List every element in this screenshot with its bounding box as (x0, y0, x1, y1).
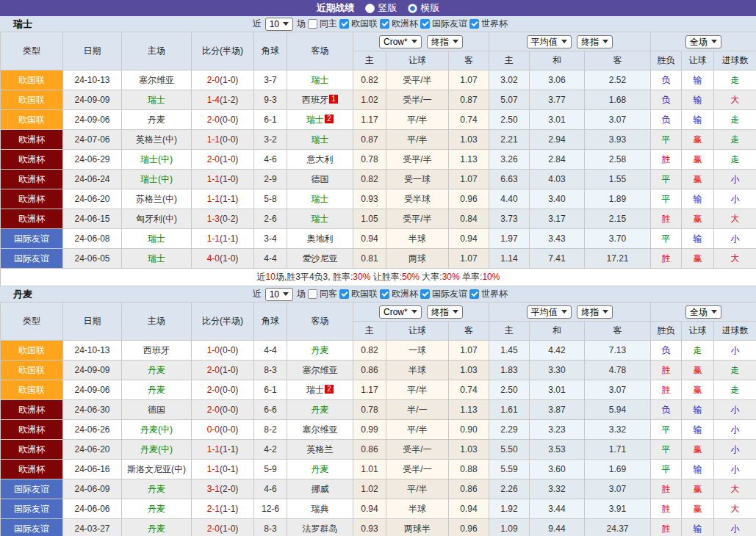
col-header-corner: 角球 (254, 303, 287, 341)
away-team-cell: 瑞士 (287, 209, 353, 229)
bookmaker-select[interactable]: Crow* (379, 35, 422, 48)
result-win-draw-loss: 胜 (651, 479, 682, 499)
same-venue-checkbox[interactable] (308, 289, 317, 299)
avg-away-odds: 2.52 (585, 70, 651, 90)
avg-away-odds: 1.69 (585, 460, 651, 479)
near-label: 近 (253, 288, 262, 300)
same-venue-label[interactable]: 同客 (320, 288, 337, 300)
away-team-cell: 爱沙尼亚 (287, 249, 353, 269)
away-team-cell: 丹麦 (287, 400, 353, 420)
avg-draw-odds: 3.32 (530, 479, 585, 499)
avg-away-odds: 3.07 (585, 479, 651, 499)
result-handicap: 输 (682, 189, 714, 209)
odds-time-select[interactable]: 终指 (577, 35, 613, 48)
bookmaker-select[interactable]: Crow* (379, 305, 422, 319)
summary-stat-value: 10 (266, 272, 276, 282)
league-checkbox[interactable] (380, 19, 389, 29)
same-venue-checkbox[interactable] (308, 19, 317, 29)
avg-away-odds: 2.58 (585, 150, 651, 170)
away-team-cell: 瑞士2 (287, 380, 353, 400)
home-team-cell: 德国 (122, 400, 192, 420)
half-time-score: (1-0) (220, 524, 238, 534)
caret-down-icon (453, 40, 458, 43)
odds-time-select[interactable]: 终指 (427, 305, 463, 319)
sub-header-handicap-result: 让球 (682, 322, 714, 341)
result-win-draw-loss: 平 (651, 440, 682, 460)
result-win-draw-loss: 平 (651, 130, 682, 150)
away-odds: 1.07 (449, 70, 489, 90)
sub-header-avg-draw: 和 (530, 322, 585, 341)
home-team-cell: 西班牙 (122, 341, 192, 361)
match-date: 24-06-20 (63, 440, 122, 460)
scope-select[interactable]: 全场 (685, 305, 721, 319)
result-group-header: 全场 (651, 303, 756, 322)
league-checkbox-label[interactable]: 欧国联 (351, 18, 378, 30)
handicap-line: 平/半 (386, 130, 449, 150)
league-type-badge: 国际友谊 (1, 229, 63, 249)
match-date: 24-10-13 (63, 70, 122, 90)
match-count-select[interactable]: 10 (265, 288, 293, 301)
result-handicap: 输 (682, 400, 714, 420)
avg-draw-odds: 3.17 (530, 209, 585, 229)
league-checkbox-label[interactable]: 欧国联 (351, 288, 378, 300)
away-odds: 0.90 (449, 420, 489, 440)
home-odds: 0.82 (353, 170, 386, 189)
team-name: 丹麦 (148, 504, 165, 514)
league-checkbox-label[interactable]: 国际友谊 (432, 18, 467, 30)
avg-away-odds: 1.68 (585, 90, 651, 110)
full-time-score: 1-1 (207, 464, 220, 474)
result-win-draw-loss: 负 (651, 400, 682, 420)
team-filter-bar: 瑞士 近 10 场 同主 欧国联 欧洲杯 国际友谊 世界杯 (0, 16, 756, 32)
match-row: 欧洲杯24-06-26丹麦(中)0-0(0-0)8-2塞尔维亚0.99平/半0.… (1, 420, 756, 440)
avg-select[interactable]: 平均值 (527, 35, 572, 48)
league-checkbox[interactable] (469, 19, 479, 29)
same-venue-label[interactable]: 同主 (320, 18, 337, 30)
half-time-score: (0-0) (220, 134, 238, 145)
caret-down-icon (711, 310, 717, 314)
col-header-home: 主场 (122, 303, 192, 341)
avg-select[interactable]: 平均值 (527, 305, 572, 319)
match-row: 国际友谊24-06-09丹麦3-1(2-0)4-6挪威1.02平/半0.862.… (1, 479, 756, 499)
league-checkbox[interactable] (469, 289, 479, 299)
radio-label[interactable]: 竖版 (378, 1, 397, 15)
radio-label[interactable]: 横版 (421, 1, 440, 15)
away-team-cell: 奥地利 (287, 229, 353, 249)
league-type-badge: 欧洲杯 (1, 189, 63, 209)
result-handicap: 输 (682, 420, 714, 440)
league-checkbox-label[interactable]: 国际友谊 (432, 288, 467, 300)
home-odds: 1.02 (353, 479, 386, 499)
scope-select[interactable]: 全场 (685, 35, 721, 48)
avg-draw-odds: 3.60 (530, 460, 585, 479)
avg-draw-odds: 3.40 (530, 189, 585, 209)
games-label: 场 (297, 18, 306, 30)
league-checkbox[interactable] (339, 289, 349, 299)
league-checkbox[interactable] (339, 19, 349, 29)
result-win-draw-loss: 胜 (651, 499, 682, 519)
league-checkbox[interactable] (420, 289, 430, 299)
matches-body: 欧国联24-10-13西班牙1-0(0-0)4-4丹麦0.82一球1.071.4… (1, 341, 756, 536)
radio-icon[interactable] (365, 4, 375, 13)
half-time-score: (0-1) (220, 464, 238, 474)
league-checkbox[interactable] (420, 19, 430, 29)
layout-radio-horizontal[interactable]: 横版 (408, 1, 440, 15)
odds-time-select[interactable]: 终指 (427, 35, 463, 48)
match-count-select[interactable]: 10 (265, 18, 293, 31)
avg-draw-odds: 9.44 (530, 519, 585, 536)
result-handicap: 走 (682, 341, 714, 361)
near-label: 近 (253, 18, 262, 30)
result-goals: 小 (714, 519, 756, 536)
odds-time-select[interactable]: 终指 (577, 305, 613, 319)
match-date: 24-06-26 (63, 420, 122, 440)
league-checkbox-label[interactable]: 欧洲杯 (392, 18, 418, 30)
layout-radio-vertical[interactable]: 竖版 (365, 1, 397, 15)
league-checkbox[interactable] (380, 289, 389, 299)
league-checkbox-label[interactable]: 欧洲杯 (392, 288, 418, 300)
away-team-cell: 塞尔维亚 (287, 361, 353, 380)
radio-icon[interactable] (408, 4, 417, 13)
league-checkbox-label[interactable]: 世界杯 (481, 288, 508, 300)
avg-home-odds: 1.14 (489, 249, 530, 269)
half-time-score: (0-0) (220, 115, 238, 125)
odds-time-select-value: 终指 (431, 307, 449, 317)
league-checkbox-label[interactable]: 世界杯 (481, 18, 508, 30)
caret-down-icon (411, 310, 417, 314)
